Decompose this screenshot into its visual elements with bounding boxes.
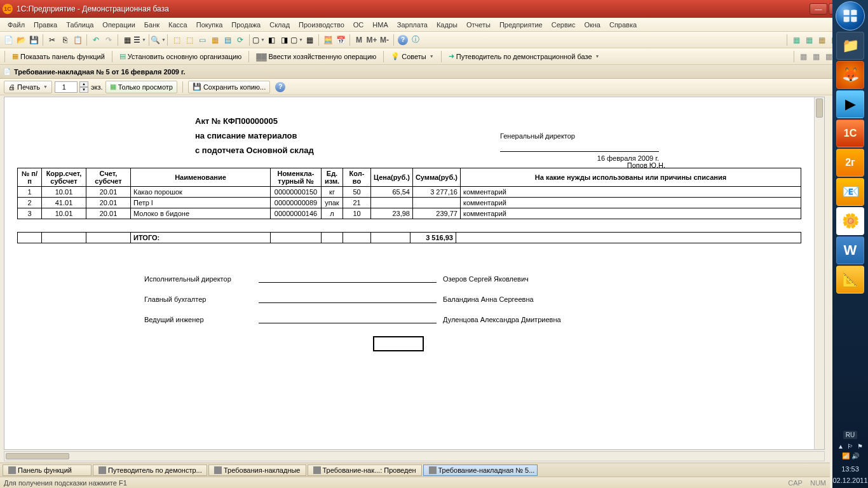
menu-hr[interactable]: Кадры — [433, 20, 461, 30]
copy-icon[interactable]: ⎘ — [59, 34, 71, 46]
redo-icon[interactable]: ↷ — [103, 34, 114, 46]
clock-date[interactable]: 02.12.2011 — [832, 477, 868, 484]
undo-icon[interactable]: ↶ — [90, 34, 102, 46]
print-button[interactable]: 🖨Печать▼ — [4, 81, 52, 93]
save-icon[interactable]: 💾 — [28, 34, 39, 46]
tb-refresh-icon[interactable]: ⟳ — [234, 34, 246, 46]
enter-op-button[interactable]: ▓▓Ввести хозяйственную операцию — [252, 50, 380, 63]
list-icon[interactable]: ☰▼ — [134, 34, 146, 46]
doc-help-icon[interactable]: ? — [275, 82, 285, 92]
language-indicator[interactable]: RU — [843, 431, 857, 439]
menu-warehouse[interactable]: Склад — [266, 20, 294, 30]
show-panel-button[interactable]: ▦Показать панель функций — [8, 50, 109, 63]
word-icon[interactable]: W — [836, 236, 864, 264]
guide-button[interactable]: ➜Путеводитель по демонстрационной базе▼ — [445, 50, 604, 63]
outlook-icon[interactable]: 📧 — [836, 178, 864, 206]
table-row: 110.0120.01Какао порошок00000000150кг506… — [18, 187, 801, 198]
info-icon[interactable]: ⓘ — [410, 34, 421, 46]
set-org-button[interactable]: ▤Установить основную организацию — [116, 50, 246, 63]
window-tab[interactable]: Путеводитель по демонстр... — [93, 464, 207, 476]
tb-right-1[interactable]: ▦ — [790, 34, 802, 46]
tb-icon-9[interactable]: ▢▼ — [291, 34, 302, 46]
tb-icon-7[interactable]: ◧ — [266, 34, 277, 46]
m-icon[interactable]: M — [353, 34, 365, 46]
minimize-button[interactable]: — — [810, 3, 827, 15]
tb-icon-4[interactable]: ▦ — [209, 34, 220, 46]
window-tabs: Панель функцийПутеводитель по демонстр..… — [0, 463, 830, 477]
m-minus-icon[interactable]: M- — [379, 34, 390, 46]
clock-time[interactable]: 13:53 — [832, 465, 868, 473]
tb-icon-2[interactable]: ⬚ — [184, 34, 195, 46]
tb-icon-5[interactable]: ▤ — [222, 34, 233, 46]
zoom-icon[interactable]: 🔍▼ — [153, 34, 164, 46]
app-yellow-icon[interactable]: 📐 — [836, 266, 864, 294]
menu-enterprise[interactable]: Предприятие — [496, 20, 546, 30]
menu-table[interactable]: Таблица — [62, 20, 97, 30]
horizontal-scrollbar[interactable] — [4, 451, 825, 461]
copies-input[interactable] — [55, 81, 78, 93]
tray-expand-icon[interactable]: ▲ — [837, 443, 844, 451]
start-button[interactable] — [836, 1, 865, 30]
copies-label: экз. — [91, 83, 103, 91]
tips-button[interactable]: 💡Советы▼ — [387, 50, 437, 63]
system-tray: RU ▲ 🏳 ⚑ 📶 🔊 13:53 02.12.2011 — [832, 428, 868, 488]
total-label: ИТОГО: — [131, 233, 271, 243]
help-toolbar-icon[interactable]: ? — [397, 34, 409, 46]
calc-icon[interactable]: 🧮 — [322, 34, 334, 46]
new-icon[interactable]: 📄 — [3, 34, 14, 46]
app-2gis-icon[interactable]: 2г — [836, 149, 864, 177]
menu-cash[interactable]: Касса — [165, 20, 191, 30]
tray-network-icon[interactable]: 📶 — [842, 452, 850, 460]
preview-button[interactable]: ▦Только просмотр — [105, 81, 177, 93]
menu-edit[interactable]: Правка — [30, 20, 61, 30]
window-tab[interactable]: Требование-накладная № 5... — [423, 464, 538, 476]
menu-help[interactable]: Справка — [606, 20, 641, 30]
menu-nma[interactable]: НМА — [369, 20, 391, 30]
menu-operations[interactable]: Операции — [98, 20, 139, 30]
grid-icon[interactable]: ▦ — [121, 34, 133, 46]
tb2-right-2[interactable]: ▦ — [810, 51, 822, 62]
tb-icon-6[interactable]: ▢▼ — [253, 34, 264, 46]
menu-os[interactable]: ОС — [349, 20, 368, 30]
menu-service[interactable]: Сервис — [548, 20, 580, 30]
calendar-icon[interactable]: 📅 — [335, 34, 346, 46]
tb-right-2[interactable]: ▦ — [803, 34, 815, 46]
tb-right-3[interactable]: ▦ — [816, 34, 827, 46]
tb-icon-10[interactable]: ▦ — [304, 34, 315, 46]
1c-app-icon[interactable]: 1C — [836, 119, 864, 147]
tb-icon-1[interactable]: ⬚ — [171, 34, 182, 46]
menu-file[interactable]: Файл — [4, 20, 29, 30]
cut-icon[interactable]: ✂ — [46, 34, 58, 46]
menu-bank[interactable]: Банк — [140, 20, 163, 30]
tb2-right-1[interactable]: ▦ — [797, 51, 809, 62]
th-qty: Кол-во — [343, 168, 371, 187]
paste-icon[interactable]: 📋 — [72, 34, 83, 46]
signature-row: Главный бухгалтерБаландина Анна Сергеевн… — [144, 295, 801, 303]
media-player-icon[interactable]: ▶ — [836, 90, 864, 118]
firefox-icon[interactable]: 🦊 — [836, 61, 864, 89]
th-purpose: На какие нужды использованы или причины … — [460, 168, 801, 187]
window-tab[interactable]: Требования-накладные — [208, 464, 306, 476]
m-plus-icon[interactable]: M+ — [366, 34, 377, 46]
copies-up[interactable]: ▲ — [79, 81, 88, 87]
menu-windows[interactable]: Окна — [580, 20, 604, 30]
menu-sale[interactable]: Продажа — [227, 20, 264, 30]
windows-sidebar: 📁 🦊 ▶ 1C 2г 📧 🌼 W 📐 RU ▲ 🏳 ⚑ 📶 🔊 13:53 0… — [832, 0, 868, 488]
tray-action-icon[interactable]: ⚑ — [856, 443, 864, 451]
save-copy-button[interactable]: 💾Сохранить копию... — [188, 81, 270, 93]
explorer-icon[interactable]: 📁 — [836, 32, 864, 60]
menu-purchase[interactable]: Покупка — [193, 20, 227, 30]
tb-icon-3[interactable]: ▭ — [196, 34, 208, 46]
open-icon[interactable]: 📂 — [15, 34, 27, 46]
tray-flag-icon[interactable]: 🏳 — [846, 443, 854, 451]
menu-salary[interactable]: Зарплата — [393, 20, 431, 30]
tray-volume-icon[interactable]: 🔊 — [851, 452, 859, 460]
menu-reports[interactable]: Отчеты — [463, 20, 494, 30]
tb-icon-8[interactable]: ◨ — [278, 34, 290, 46]
copies-down[interactable]: ▼ — [79, 87, 88, 93]
vertical-scrollbar[interactable] — [814, 97, 824, 449]
window-tab[interactable]: Требование-нак...: Проведен — [308, 464, 422, 476]
qip-icon[interactable]: 🌼 — [836, 207, 864, 235]
menu-production[interactable]: Производство — [295, 20, 348, 30]
window-tab[interactable]: Панель функций — [3, 464, 92, 476]
